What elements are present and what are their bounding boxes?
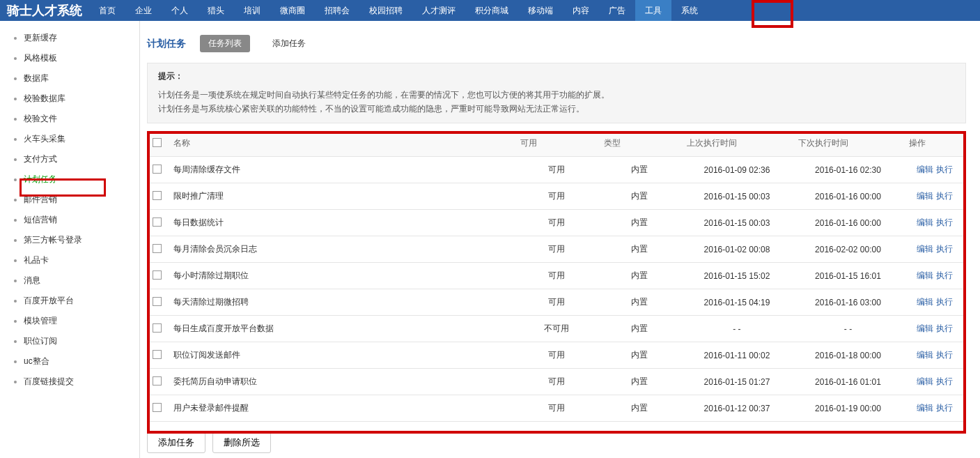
cell-action: 编辑执行 xyxy=(903,342,966,369)
bullet-icon xyxy=(14,360,17,363)
edit-link[interactable]: 编辑 xyxy=(917,270,933,280)
tab-add-task[interactable]: 添加任务 xyxy=(264,35,314,52)
sidebar-item[interactable]: 消息 xyxy=(0,270,139,291)
sidebar-item[interactable]: 模块管理 xyxy=(0,311,139,331)
edit-link[interactable]: 编辑 xyxy=(917,217,933,227)
top-nav-item[interactable]: 工具 xyxy=(635,0,671,21)
edit-link[interactable]: 编辑 xyxy=(917,297,933,307)
top-nav-item[interactable]: 移动端 xyxy=(518,0,563,21)
edit-link[interactable]: 编辑 xyxy=(917,376,933,386)
sidebar-item[interactable]: 邮件营销 xyxy=(0,190,139,210)
sidebar-item[interactable]: 第三方帐号登录 xyxy=(0,230,139,250)
exec-link[interactable]: 执行 xyxy=(936,297,953,307)
logo: 骑士人才系统 xyxy=(0,0,89,21)
row-checkbox[interactable] xyxy=(153,191,162,200)
exec-link[interactable]: 执行 xyxy=(936,165,953,174)
top-nav-item[interactable]: 内容 xyxy=(563,0,599,21)
bullet-icon xyxy=(14,219,17,222)
row-checkbox[interactable] xyxy=(153,297,162,306)
exec-link[interactable]: 执行 xyxy=(936,376,953,386)
exec-link[interactable]: 执行 xyxy=(936,323,953,333)
cell-last: 2016-01-15 04:19 xyxy=(681,289,793,316)
cell-name: 每小时清除过期职位 xyxy=(168,263,515,289)
row-checkbox[interactable] xyxy=(153,270,162,280)
edit-link[interactable]: 编辑 xyxy=(917,323,933,333)
cell-next: 2016-01-16 03:00 xyxy=(793,289,904,316)
sidebar-item[interactable]: 礼品卡 xyxy=(0,250,139,270)
cell-type: 内置 xyxy=(598,157,682,183)
exec-link[interactable]: 执行 xyxy=(936,403,953,413)
sidebar-item[interactable]: uc整合 xyxy=(0,351,139,372)
exec-link[interactable]: 执行 xyxy=(936,350,953,360)
edit-link[interactable]: 编辑 xyxy=(917,244,933,254)
cell-action: 编辑执行 xyxy=(903,395,966,422)
task-table: 名称 可用 类型 上次执行时间 下次执行时间 操作 每周清除缓存文件可用内置20… xyxy=(147,130,966,422)
cell-next: 2016-01-16 02:30 xyxy=(793,157,904,183)
hint-line2: 计划任务是与系统核心紧密关联的功能特性，不当的设置可能造成功能的隐患，严重时可能… xyxy=(158,102,955,116)
top-nav-item[interactable]: 企业 xyxy=(125,0,162,21)
top-nav-item[interactable]: 猎头 xyxy=(198,0,234,21)
exec-link[interactable]: 执行 xyxy=(936,244,953,254)
row-checkbox[interactable] xyxy=(153,350,162,359)
sidebar-item-label: 计划任务 xyxy=(24,174,57,185)
cell-action: 编辑执行 xyxy=(903,289,966,316)
sidebar-item[interactable]: 百度开放平台 xyxy=(0,291,139,311)
exec-link[interactable]: 执行 xyxy=(936,270,953,280)
top-nav-item[interactable]: 系统 xyxy=(671,0,708,21)
sidebar-item[interactable]: 校验文件 xyxy=(0,109,139,129)
header-type: 类型 xyxy=(598,130,682,157)
sidebar-item[interactable]: 职位订阅 xyxy=(0,331,139,351)
top-nav-item[interactable]: 个人 xyxy=(162,0,198,21)
sidebar-item-label: 邮件营销 xyxy=(24,194,57,206)
top-nav-item[interactable]: 招聘会 xyxy=(315,0,359,21)
edit-link[interactable]: 编辑 xyxy=(917,165,933,174)
top-nav-item[interactable]: 积分商城 xyxy=(465,0,518,21)
sidebar-item[interactable]: 更新缓存 xyxy=(0,28,139,48)
sidebar-item[interactable]: 火车头采集 xyxy=(0,129,139,149)
edit-link[interactable]: 编辑 xyxy=(917,403,933,413)
sidebar-item-label: 礼品卡 xyxy=(24,254,49,266)
top-nav-item[interactable]: 首页 xyxy=(89,0,125,21)
delete-selected-button[interactable]: 删除所选 xyxy=(212,432,271,453)
cell-avail: 可用 xyxy=(515,369,598,395)
sidebar-item-label: 短信营销 xyxy=(24,214,57,226)
row-checkbox[interactable] xyxy=(153,323,162,333)
top-nav-item[interactable]: 培训 xyxy=(234,0,270,21)
edit-link[interactable]: 编辑 xyxy=(917,191,933,201)
select-all-checkbox[interactable] xyxy=(153,138,162,147)
top-nav-item[interactable]: 人才测评 xyxy=(412,0,465,21)
exec-link[interactable]: 执行 xyxy=(936,191,953,201)
add-task-button[interactable]: 添加任务 xyxy=(147,432,205,453)
table-row: 每周清除缓存文件可用内置2016-01-09 02:362016-01-16 0… xyxy=(147,157,966,183)
sidebar-item[interactable]: 百度链接提交 xyxy=(0,372,139,392)
row-checkbox[interactable] xyxy=(153,244,162,253)
row-checkbox[interactable] xyxy=(153,165,162,174)
cell-last: 2016-01-02 00:08 xyxy=(681,236,793,263)
cell-next: 2016-01-16 00:00 xyxy=(793,183,904,210)
sidebar-item[interactable]: 校验数据库 xyxy=(0,89,139,109)
top-nav-item[interactable]: 微商圈 xyxy=(270,0,315,21)
row-checkbox[interactable] xyxy=(153,403,162,412)
top-nav-item[interactable]: 广告 xyxy=(599,0,635,21)
tab-task-list[interactable]: 任务列表 xyxy=(200,35,250,52)
sidebar-item[interactable]: 计划任务 xyxy=(0,169,139,190)
row-checkbox[interactable] xyxy=(153,217,162,227)
edit-link[interactable]: 编辑 xyxy=(917,350,933,360)
sidebar-item[interactable]: 支付方式 xyxy=(0,149,139,169)
row-checkbox[interactable] xyxy=(153,376,162,386)
cell-action: 编辑执行 xyxy=(903,236,966,263)
sidebar-item[interactable]: 数据库 xyxy=(0,68,139,89)
sidebar-item-label: 支付方式 xyxy=(24,153,57,165)
bullet-icon xyxy=(14,300,17,303)
cell-type: 内置 xyxy=(598,289,682,316)
sidebar-item[interactable]: 短信营销 xyxy=(0,210,139,230)
sidebar-item[interactable]: 风格模板 xyxy=(0,48,139,68)
top-nav-item[interactable]: 校园招聘 xyxy=(359,0,412,21)
cell-last: 2016-01-09 02:36 xyxy=(681,157,793,183)
bullet-icon xyxy=(14,118,17,121)
cell-next: 2016-01-19 00:00 xyxy=(793,395,904,422)
cell-next: 2016-01-15 16:01 xyxy=(793,263,904,289)
sidebar-item-label: 风格模板 xyxy=(24,52,57,64)
top-header: 骑士人才系统 首页企业个人猎头培训微商圈招聘会校园招聘人才测评积分商城移动端内容… xyxy=(0,0,980,21)
exec-link[interactable]: 执行 xyxy=(936,217,953,227)
